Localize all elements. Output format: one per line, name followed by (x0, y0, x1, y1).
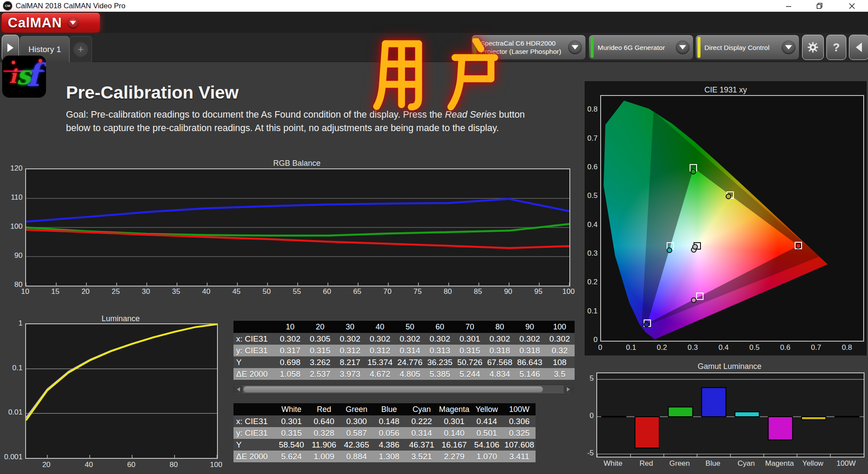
table-cell: 4.805 (395, 369, 425, 379)
axis-tick-label: 0.8 (587, 105, 598, 114)
table-cell: 1.009 (308, 452, 340, 461)
settings-button[interactable] (802, 35, 824, 60)
collapse-panel-button[interactable] (849, 35, 868, 60)
scroll-right-button[interactable] (564, 385, 572, 393)
table-cell: 0.300 (340, 417, 373, 426)
table-header-cell: 30 (335, 323, 365, 332)
scrollbar-thumb[interactable] (243, 386, 543, 392)
table-cell: 4.672 (365, 369, 395, 379)
table-cell: 0.306 (503, 417, 536, 426)
axis-tick-label: 110 (11, 193, 23, 202)
table-cell: 1.308 (373, 452, 405, 461)
axis-tick-label: 0.3 (687, 343, 698, 352)
series-line-red (26, 230, 569, 248)
table-header-cell: Cyan (405, 405, 438, 414)
generator-label: Murideo 6G Generator (598, 43, 676, 52)
table-cell: 3.5 (545, 369, 575, 379)
table-cell: 0.148 (373, 417, 405, 426)
table-header-cell: 10 (275, 323, 305, 332)
generator-dropdown-arrow[interactable] (676, 40, 690, 54)
table-cell: 0.640 (308, 417, 340, 426)
add-tab-button[interactable]: + (69, 36, 92, 62)
bar-red (635, 417, 659, 448)
axis-tick-label: 120 (10, 164, 23, 173)
calman-logo: CalMAN (8, 15, 62, 31)
measured-point-yellow (726, 194, 731, 199)
axis-tick-label: 60 (323, 287, 331, 296)
axis-tick-label: 45 (232, 287, 240, 296)
category-label: White (604, 459, 622, 468)
measured-point-blue (644, 322, 649, 327)
bar-yellow (802, 417, 826, 420)
table-header-cell: 100 (545, 323, 575, 332)
table-cell: 0.302 (275, 334, 305, 344)
axis-tick-label: 0.8 (842, 343, 852, 352)
help-button[interactable]: ? (826, 35, 846, 60)
table-cell: 0.318 (485, 346, 515, 356)
table-row: x: CIE310.3020.3050.3020.3020.3020.3020.… (233, 333, 575, 345)
axis-tick-label: 85 (474, 287, 482, 296)
table-cell: 2.279 (438, 452, 470, 461)
restore-button[interactable] (809, 0, 829, 12)
display-control-dropdown[interactable]: Direct Display Control (695, 35, 799, 60)
minimize-button[interactable] (779, 0, 799, 12)
table-cell: 0.313 (425, 346, 455, 356)
table-row-label: y: CIE31 (233, 346, 275, 356)
axis-tick-label: 40 (202, 287, 210, 296)
axis-tick-label: 40 (85, 461, 93, 469)
close-button[interactable] (842, 0, 862, 12)
watermark-char-yong (367, 38, 433, 112)
axis-tick-label: 5 (590, 374, 594, 383)
table-cell: 0.140 (438, 428, 470, 438)
table-cell: 0.302 (395, 334, 425, 344)
display-control-dropdown-arrow[interactable] (782, 40, 796, 54)
bar-magenta (768, 417, 792, 440)
axis-tick-label: 10 (21, 287, 30, 296)
table-cell: 0.318 (515, 346, 545, 356)
category-label: 100W (836, 459, 855, 468)
display-control-label: Direct Display Control (704, 43, 782, 52)
table-cell: 1.070 (470, 452, 503, 461)
table-cell: 0.314 (395, 346, 425, 356)
table-horizontal-scrollbar[interactable] (233, 385, 573, 394)
table-cell: 42.365 (340, 440, 373, 450)
table-cell: 5.244 (455, 369, 485, 379)
table-row-label: Y (233, 440, 275, 450)
calman-menu-dropdown[interactable] (67, 17, 79, 29)
bar-blue (702, 388, 726, 417)
bar-cyan (735, 412, 759, 417)
table-cell: 0.301 (275, 417, 308, 426)
rgb-balance-title: RGB Balance (25, 159, 569, 168)
axis-tick-label: 0.2 (587, 278, 598, 286)
axis-tick-label: 1 (19, 319, 23, 328)
table-header-cell: Blue (373, 405, 405, 414)
axis-tick-label: 0.6 (587, 163, 598, 171)
rgb-balance-chart (25, 168, 570, 286)
generator-dropdown[interactable]: Murideo 6G Generator (589, 35, 694, 60)
axis-tick-label: 70 (383, 287, 391, 296)
table-cell: 86.643 (515, 358, 545, 367)
axis-tick-label: 75 (414, 287, 422, 296)
cie-1931-title: CIE 1931 xy (585, 86, 867, 95)
table-header-cell: Yellow (470, 405, 503, 414)
meter-dropdown-arrow[interactable] (568, 40, 582, 54)
scroll-left-button[interactable] (234, 385, 243, 393)
watermark-text (367, 38, 507, 112)
table-cell: 0.302 (515, 334, 545, 344)
calman-menu-button[interactable]: CalMAN (2, 13, 100, 33)
table-row: ΔE 20005.6241.0090.8841.3083.5212.2791.0… (233, 451, 536, 462)
table-row: Y0.6983.2628.21715.37424.77636.23550.726… (233, 356, 575, 368)
axis-tick-label: 0.6 (780, 343, 791, 352)
table-corner-cell (233, 403, 275, 415)
table-cell: 67.568 (485, 358, 515, 367)
brand-row (0, 12, 868, 33)
table-cell: 0.222 (405, 417, 438, 426)
axis-tick-label: 100 (562, 287, 575, 296)
table-header-cell: 50 (395, 323, 425, 332)
table-cell: 0.328 (308, 428, 340, 438)
table-header-cell: 20 (305, 323, 335, 332)
axis-tick-label: 20 (82, 287, 90, 296)
table-row-label: ΔE 2000 (233, 452, 275, 461)
table-cell: 0.305 (305, 334, 335, 344)
gamut-luminance-title: Gamut Luminance (596, 362, 863, 371)
